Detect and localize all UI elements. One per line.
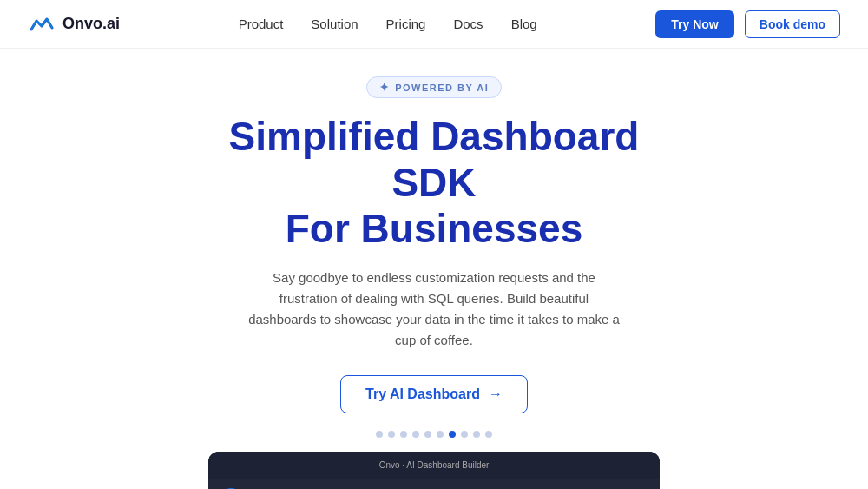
hero-title: Simplified Dashboard SDK For Businesses (208, 114, 660, 252)
hero-subtitle: Say goodbye to endless customization req… (247, 268, 621, 351)
sparkle-icon: ✦ (379, 81, 391, 94)
dot-1 (376, 431, 383, 438)
badge-text: POWERED BY AI (395, 83, 489, 93)
video-top-bar: Onvo · AI Dashboard Builder (208, 452, 660, 479)
dot-7 (449, 431, 456, 438)
arrow-icon: → (489, 387, 503, 402)
dot-6 (437, 431, 444, 438)
dot-2 (388, 431, 395, 438)
logo-area: Onvo.ai (28, 14, 120, 35)
hero-section: ✦ POWERED BY AI Simplified Dashboard SDK… (0, 49, 868, 489)
navbar-actions: Try Now Book demo (655, 10, 840, 38)
nav-solution[interactable]: Solution (311, 17, 358, 31)
nav-links: Product Solution Pricing Docs Blog (239, 17, 537, 31)
nav-docs[interactable]: Docs (453, 17, 483, 31)
video-top-bar-title: Onvo · AI Dashboard Builder (379, 460, 490, 470)
nav-blog[interactable]: Blog (511, 17, 537, 31)
dot-8 (461, 431, 468, 438)
logo-text: Onvo.ai (62, 15, 120, 33)
book-demo-button[interactable]: Book demo (745, 10, 840, 38)
try-dashboard-label: Try AI Dashboard (365, 387, 480, 402)
video-header: Onvo AI - Better SDKs for building dashb… (208, 479, 660, 489)
dot-3 (400, 431, 407, 438)
dot-indicator (376, 431, 492, 438)
try-dashboard-button[interactable]: Try AI Dashboard → (340, 375, 528, 413)
navbar: Onvo.ai Product Solution Pricing Docs Bl… (0, 0, 868, 49)
dot-5 (424, 431, 431, 438)
powered-badge: ✦ POWERED BY AI (366, 76, 503, 98)
try-now-button[interactable]: Try Now (655, 10, 733, 38)
nav-product[interactable]: Product (239, 17, 284, 31)
nav-pricing[interactable]: Pricing (386, 17, 426, 31)
dot-9 (473, 431, 480, 438)
dot-4 (412, 431, 419, 438)
logo-icon (28, 14, 56, 35)
video-container[interactable]: Onvo · AI Dashboard Builder Onvo AI - Be… (208, 452, 660, 489)
dot-10 (485, 431, 492, 438)
